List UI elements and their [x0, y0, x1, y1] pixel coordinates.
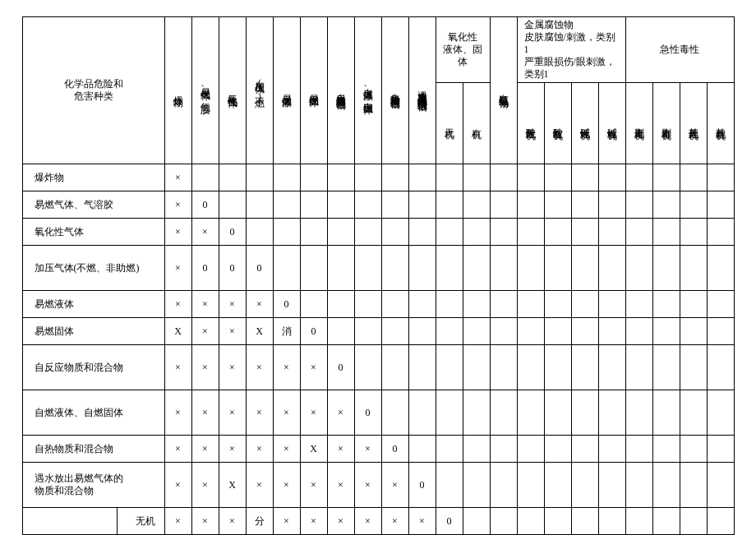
cell — [680, 345, 707, 390]
cell — [354, 345, 381, 390]
cell — [625, 463, 652, 508]
group-corrosive: 金属腐蚀物 皮肤腐蚀/刺激，类别 1 严重眼损伤/眼刺激，类别1 — [517, 17, 625, 83]
cell — [354, 246, 381, 291]
cell — [381, 164, 408, 191]
cell: × — [191, 463, 219, 508]
cell — [490, 390, 517, 436]
cell — [571, 318, 598, 345]
col-subheader: 剧毒有机 — [660, 85, 672, 159]
cell: × — [219, 436, 246, 463]
cell — [490, 463, 517, 508]
cell — [571, 436, 598, 463]
cell — [436, 390, 463, 436]
cell: × — [219, 390, 246, 436]
cell: × — [219, 291, 246, 318]
cell: × — [300, 390, 327, 436]
cell: × — [300, 345, 327, 390]
cell: 0 — [191, 246, 219, 291]
cell — [327, 318, 354, 345]
cell: × — [164, 345, 191, 390]
cell: × — [191, 508, 219, 535]
cell — [652, 219, 680, 246]
cell — [652, 191, 680, 219]
compat-table: 化学品危险和 危害种类爆炸物易燃气体、气溶胶氧化性气体加压气体(不燃)易燃液体易… — [22, 16, 735, 535]
cell — [652, 246, 680, 291]
cell — [490, 436, 517, 463]
cell: × — [164, 219, 191, 246]
cell — [300, 246, 327, 291]
cell — [707, 164, 734, 191]
cell — [652, 318, 680, 345]
cell — [544, 318, 571, 345]
cell: × — [381, 508, 408, 535]
cell — [517, 436, 544, 463]
cell: × — [246, 436, 273, 463]
cell: × — [354, 463, 381, 508]
cell — [463, 390, 490, 436]
cell: × — [273, 436, 300, 463]
col-header: 爆炸物 — [172, 27, 184, 150]
cell — [680, 219, 707, 246]
cell — [408, 164, 436, 191]
cell — [354, 291, 381, 318]
cell — [544, 291, 571, 318]
cell: × — [246, 291, 273, 318]
cell — [463, 463, 490, 508]
cell — [408, 191, 436, 219]
cell — [273, 246, 300, 291]
cell — [490, 246, 517, 291]
cell — [517, 246, 544, 291]
cell — [381, 390, 408, 436]
cell — [381, 345, 408, 390]
cell — [707, 291, 734, 318]
cell — [571, 164, 598, 191]
cell — [652, 390, 680, 436]
cell — [598, 246, 625, 291]
cell — [625, 246, 652, 291]
cell — [707, 246, 734, 291]
cell: 0 — [246, 246, 273, 291]
cell — [273, 191, 300, 219]
cell — [625, 390, 652, 436]
cell — [300, 291, 327, 318]
cell: 消 — [273, 318, 300, 345]
cell — [625, 345, 652, 390]
col-header: 遇水放出易燃气体的物质混合物 — [416, 27, 428, 150]
cell — [625, 508, 652, 535]
cell: × — [191, 345, 219, 390]
cell: × — [164, 463, 191, 508]
cell — [544, 246, 571, 291]
cell — [598, 390, 625, 436]
cell — [652, 508, 680, 535]
cell — [381, 219, 408, 246]
cell — [436, 463, 463, 508]
cell — [517, 345, 544, 390]
cell — [707, 345, 734, 390]
col-subheader: 酸性有机 — [551, 85, 564, 159]
cell — [544, 191, 571, 219]
cell: × — [327, 463, 354, 508]
cell — [408, 291, 436, 318]
cell — [436, 191, 463, 219]
cell — [463, 164, 490, 191]
cell — [354, 164, 381, 191]
cell: 0 — [381, 436, 408, 463]
cell: × — [246, 390, 273, 436]
cell — [327, 291, 354, 318]
cell — [571, 463, 598, 508]
cell — [354, 318, 381, 345]
cell — [680, 291, 707, 318]
cell — [327, 164, 354, 191]
col-header: 氧化性气体 — [226, 27, 238, 150]
cell — [544, 508, 571, 535]
cell: × — [354, 508, 381, 535]
cell — [463, 436, 490, 463]
cell — [571, 291, 598, 318]
col-subheader: 酸性无机 — [524, 85, 537, 159]
col-subheader: 其他有机 — [714, 85, 726, 159]
cell — [490, 345, 517, 390]
cell — [436, 219, 463, 246]
cell — [463, 318, 490, 345]
cell: 0 — [327, 345, 354, 390]
cell: × — [300, 463, 327, 508]
